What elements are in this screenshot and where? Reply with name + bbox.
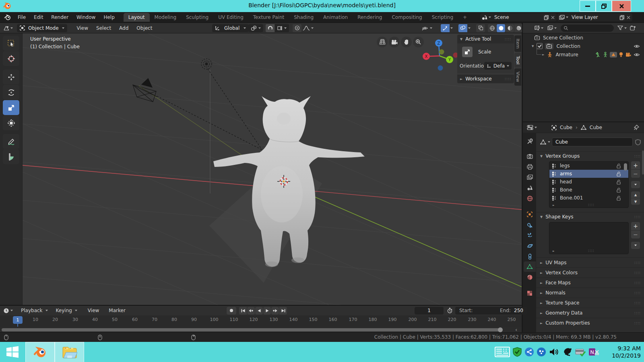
tool-rotate[interactable] <box>3 85 19 100</box>
play-reverse-button[interactable] <box>255 307 263 315</box>
collection-checkbox[interactable] <box>537 43 543 49</box>
pivot-point-dropdown[interactable] <box>248 24 263 32</box>
panel-face-maps[interactable]: ► Face Maps :::: <box>536 278 644 288</box>
timeline-menu-view[interactable]: View <box>84 308 103 313</box>
viewport-3d[interactable]: User Perspective (1) Collection | Cube Z… <box>0 33 522 305</box>
panel-drag-handle[interactable]: :::: <box>634 215 641 219</box>
gizmo-toggle[interactable] <box>441 24 450 32</box>
tab-shading[interactable]: Shading <box>289 13 318 22</box>
tool-move[interactable] <box>3 70 19 84</box>
shading-solid-button[interactable] <box>497 24 505 32</box>
tab-modifier-properties[interactable] <box>524 220 536 230</box>
record-button[interactable] <box>227 307 236 315</box>
shield-icon[interactable] <box>635 139 641 145</box>
outliner-display-mode-dropdown[interactable] <box>534 25 543 31</box>
viewport-menu-add[interactable]: Add <box>115 25 132 31</box>
outliner-filter-dropdown[interactable] <box>617 25 627 31</box>
maximize-button[interactable] <box>596 0 612 12</box>
tab-modeling[interactable]: Modeling <box>150 13 182 22</box>
tray-onenote-clipper-icon[interactable]: N <box>587 342 601 362</box>
panel-drag-handle[interactable]: :::: <box>634 271 641 275</box>
tab-texture-paint[interactable]: Texture Paint <box>248 13 289 22</box>
panel-normals[interactable]: ► Normals :::: <box>536 288 644 298</box>
panel-drag-handle[interactable]: :::: <box>634 281 641 285</box>
tray-card-check-icon[interactable] <box>574 342 587 362</box>
grid-ortho-button[interactable] <box>377 37 388 47</box>
axis-gizmo[interactable]: Z X Y <box>421 37 458 71</box>
shape-keys-panel-header[interactable]: ▼ Shape Keys :::: <box>536 212 644 221</box>
current-frame-marker[interactable]: 1 <box>13 316 23 324</box>
tab-tool-properties[interactable] <box>524 136 536 146</box>
tool-annotate[interactable] <box>3 134 19 149</box>
panel-drag-handle[interactable]: :::: <box>634 301 641 305</box>
pin-icon[interactable] <box>634 125 639 130</box>
tab-object-properties[interactable] <box>524 209 536 220</box>
tool-transform[interactable] <box>3 115 19 130</box>
new-collection-icon[interactable] <box>630 25 636 31</box>
snap-target-dropdown[interactable] <box>275 24 289 32</box>
editor-type-button[interactable] <box>3 25 13 31</box>
tray-sync-icon[interactable] <box>535 342 547 362</box>
data-name-field[interactable]: Cube <box>552 138 633 146</box>
panel-drag-handle[interactable]: :::: <box>634 321 641 325</box>
tab-particle-properties[interactable] <box>524 230 536 241</box>
panel-texture-space[interactable]: ► Texture Space :::: <box>536 298 644 308</box>
transform-orientation-dropdown[interactable]: Global <box>212 24 249 32</box>
scene-selector[interactable]: Scene <box>480 13 557 21</box>
gizmo-dropdown[interactable] <box>450 27 453 29</box>
view-layer-close-icon[interactable] <box>626 15 631 20</box>
add-shape-key-button[interactable]: + <box>631 222 640 230</box>
shading-material-button[interactable] <box>506 24 514 32</box>
panel-drag-handle[interactable]: :::: <box>634 261 641 265</box>
timeline-scrollbar[interactable] <box>2 328 502 331</box>
list-scrollbar[interactable] <box>624 163 627 171</box>
current-frame-field[interactable]: 1 <box>415 307 444 315</box>
tray-share-icon[interactable] <box>523 342 535 362</box>
tab-uv-editing[interactable]: UV Editing <box>213 13 248 22</box>
expand-arrow[interactable]: ▼ <box>532 45 534 48</box>
viewport-menu-view[interactable]: View <box>73 25 92 31</box>
outliner-row-scene-collection[interactable]: Scene Collection <box>523 33 644 42</box>
menu-help[interactable]: Help <box>99 14 118 20</box>
tab-scripting[interactable]: Scripting <box>427 13 458 22</box>
proportional-edit-toggle[interactable] <box>293 24 301 32</box>
object-visibility-dropdown[interactable] <box>422 25 432 31</box>
shading-rendered-button[interactable] <box>514 24 523 32</box>
lock-open-icon[interactable] <box>616 163 621 169</box>
sidebar-tab-tool[interactable]: Tool <box>514 53 521 68</box>
panel-drag-handle[interactable]: :::: <box>634 291 641 295</box>
timeline-editor-type-button[interactable] <box>3 308 13 314</box>
taskbar-app-blender[interactable] <box>25 342 55 362</box>
move-group-up-button[interactable]: ▲ <box>631 191 640 198</box>
proportional-falloff-dropdown[interactable] <box>303 25 314 31</box>
outliner-search-input[interactable] <box>561 25 614 32</box>
panel-geometry-data[interactable]: ► Geometry Data :::: <box>536 308 644 318</box>
vertex-group-row-bone[interactable]: Bone <box>549 186 628 194</box>
tray-app-dish-icon[interactable] <box>561 342 574 362</box>
menu-file[interactable]: File <box>14 14 30 20</box>
expand-arrow[interactable]: ► <box>542 53 544 56</box>
prev-keyframe-button[interactable] <box>247 307 255 315</box>
next-keyframe-button[interactable] <box>271 307 279 315</box>
sidebar-tab-view[interactable]: View <box>514 68 521 85</box>
add-workspace-button[interactable]: + <box>458 13 472 22</box>
breadcrumb-object[interactable]: Cube <box>560 125 572 130</box>
jump-to-end-button[interactable] <box>279 307 287 315</box>
use-preview-range-button[interactable] <box>445 307 454 315</box>
timeline-ruler[interactable]: 1020 3040 5060 7080 90100 110120 130140 … <box>0 315 522 327</box>
viewport-menu-select[interactable]: Select <box>92 25 115 31</box>
start-button[interactable] <box>0 342 25 362</box>
add-vertex-group-button[interactable]: + <box>631 161 640 169</box>
tab-view-layer-properties[interactable] <box>524 172 536 183</box>
vertex-group-row-legs[interactable]: legs <box>549 162 628 170</box>
tool-cursor[interactable] <box>3 51 19 66</box>
snap-toggle[interactable] <box>266 24 275 32</box>
workspace-panel-header[interactable]: ► Workspace :::: <box>457 74 514 83</box>
tab-texture-properties[interactable] <box>524 288 536 298</box>
move-group-down-button[interactable]: ▼ <box>631 198 640 205</box>
scene-close-icon[interactable] <box>551 15 555 20</box>
vertex-group-row-arms[interactable]: arms <box>549 170 628 178</box>
vertex-group-specials-button[interactable] <box>631 181 640 188</box>
view-layer-selector[interactable]: View Layer <box>557 13 632 21</box>
vertex-group-row-head[interactable]: head <box>549 178 628 186</box>
